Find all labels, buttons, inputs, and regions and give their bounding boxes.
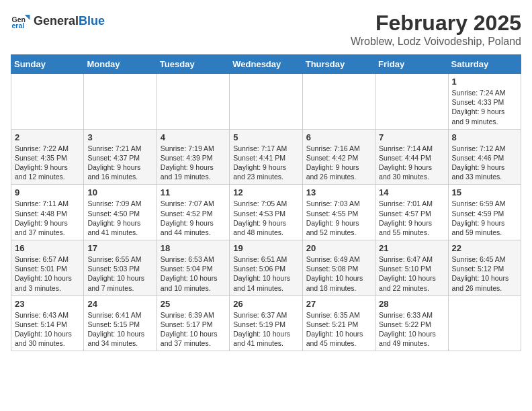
day-info: Sunrise: 7:01 AM Sunset: 4:57 PM Dayligh… <box>379 199 444 237</box>
day-info: Sunrise: 7:16 AM Sunset: 4:42 PM Dayligh… <box>306 144 371 182</box>
day-info: Sunrise: 7:03 AM Sunset: 4:55 PM Dayligh… <box>306 199 371 237</box>
calendar-cell: 26Sunrise: 6:37 AM Sunset: 5:19 PM Dayli… <box>230 295 302 351</box>
calendar-cell: 10Sunrise: 7:09 AM Sunset: 4:50 PM Dayli… <box>84 185 157 240</box>
day-number: 6 <box>306 132 371 142</box>
day-number: 20 <box>306 243 371 253</box>
calendar-cell: 4Sunrise: 7:19 AM Sunset: 4:39 PM Daylig… <box>157 129 229 185</box>
location-title: Wroblew, Lodz Voivodeship, Poland <box>351 36 521 48</box>
day-number: 22 <box>452 243 517 253</box>
day-number: 26 <box>233 299 298 309</box>
calendar-cell <box>302 74 375 130</box>
day-number: 19 <box>233 243 298 253</box>
calendar-cell: 13Sunrise: 7:03 AM Sunset: 4:55 PM Dayli… <box>302 185 375 240</box>
logo-wordmark: GeneralBlue <box>34 14 105 28</box>
calendar-cell: 11Sunrise: 7:07 AM Sunset: 4:52 PM Dayli… <box>157 185 229 240</box>
weekday-header-tuesday: Tuesday <box>157 55 229 74</box>
day-number: 27 <box>306 299 371 309</box>
calendar-cell: 3Sunrise: 7:21 AM Sunset: 4:37 PM Daylig… <box>84 129 157 185</box>
calendar-cell: 17Sunrise: 6:55 AM Sunset: 5:03 PM Dayli… <box>84 240 157 296</box>
calendar-week-row: 16Sunrise: 6:57 AM Sunset: 5:01 PM Dayli… <box>11 240 521 296</box>
calendar-cell: 1Sunrise: 7:24 AM Sunset: 4:33 PM Daylig… <box>448 74 521 130</box>
calendar-cell: 8Sunrise: 7:12 AM Sunset: 4:46 PM Daylig… <box>448 129 521 185</box>
calendar-cell <box>375 74 448 130</box>
calendar-table: SundayMondayTuesdayWednesdayThursdayFrid… <box>11 54 521 351</box>
day-number: 8 <box>452 132 517 142</box>
weekday-header-wednesday: Wednesday <box>230 55 302 74</box>
day-info: Sunrise: 7:19 AM Sunset: 4:39 PM Dayligh… <box>161 144 226 182</box>
weekday-header-thursday: Thursday <box>302 55 375 74</box>
title-area: February 2025 Wroblew, Lodz Voivodeship,… <box>351 11 521 48</box>
day-info: Sunrise: 7:22 AM Sunset: 4:35 PM Dayligh… <box>15 144 80 182</box>
calendar-week-row: 9Sunrise: 7:11 AM Sunset: 4:48 PM Daylig… <box>11 185 521 240</box>
day-number: 2 <box>15 132 80 142</box>
weekday-header-row: SundayMondayTuesdayWednesdayThursdayFrid… <box>11 55 521 74</box>
calendar-cell: 9Sunrise: 7:11 AM Sunset: 4:48 PM Daylig… <box>11 185 84 240</box>
calendar-cell: 15Sunrise: 6:59 AM Sunset: 4:59 PM Dayli… <box>448 185 521 240</box>
day-info: Sunrise: 6:47 AM Sunset: 5:10 PM Dayligh… <box>379 255 444 293</box>
day-number: 7 <box>379 132 444 142</box>
day-info: Sunrise: 7:11 AM Sunset: 4:48 PM Dayligh… <box>15 199 80 237</box>
calendar-week-row: 1Sunrise: 7:24 AM Sunset: 4:33 PM Daylig… <box>11 74 521 130</box>
calendar-cell <box>230 74 302 130</box>
day-number: 14 <box>379 187 444 197</box>
day-number: 3 <box>87 132 152 142</box>
calendar-cell: 2Sunrise: 7:22 AM Sunset: 4:35 PM Daylig… <box>11 129 84 185</box>
calendar-cell: 14Sunrise: 7:01 AM Sunset: 4:57 PM Dayli… <box>375 185 448 240</box>
day-number: 1 <box>452 77 517 87</box>
day-number: 13 <box>306 187 371 197</box>
calendar-cell: 27Sunrise: 6:35 AM Sunset: 5:21 PM Dayli… <box>302 295 375 351</box>
day-number: 16 <box>15 243 80 253</box>
weekday-header-sunday: Sunday <box>11 55 84 74</box>
day-info: Sunrise: 6:55 AM Sunset: 5:03 PM Dayligh… <box>87 255 152 293</box>
calendar-cell <box>84 74 157 130</box>
day-info: Sunrise: 7:14 AM Sunset: 4:44 PM Dayligh… <box>379 144 444 182</box>
svg-text:eral: eral <box>12 21 25 30</box>
day-info: Sunrise: 7:17 AM Sunset: 4:41 PM Dayligh… <box>233 144 298 182</box>
day-number: 17 <box>87 243 152 253</box>
day-info: Sunrise: 7:24 AM Sunset: 4:33 PM Dayligh… <box>452 88 517 126</box>
day-number: 10 <box>87 187 152 197</box>
day-info: Sunrise: 6:33 AM Sunset: 5:22 PM Dayligh… <box>379 310 444 349</box>
logo-blue: Blue <box>79 14 105 28</box>
calendar-cell: 22Sunrise: 6:45 AM Sunset: 5:12 PM Dayli… <box>448 240 521 296</box>
svg-marker-3 <box>25 15 30 20</box>
calendar-cell: 23Sunrise: 6:43 AM Sunset: 5:14 PM Dayli… <box>11 295 84 351</box>
calendar-cell: 7Sunrise: 7:14 AM Sunset: 4:44 PM Daylig… <box>375 129 448 185</box>
day-number: 25 <box>161 299 226 309</box>
day-number: 24 <box>87 299 152 309</box>
day-number: 9 <box>15 187 80 197</box>
day-number: 5 <box>233 132 298 142</box>
calendar-cell: 6Sunrise: 7:16 AM Sunset: 4:42 PM Daylig… <box>302 129 375 185</box>
day-info: Sunrise: 7:12 AM Sunset: 4:46 PM Dayligh… <box>452 144 517 182</box>
day-info: Sunrise: 6:49 AM Sunset: 5:08 PM Dayligh… <box>306 255 371 293</box>
day-info: Sunrise: 7:07 AM Sunset: 4:52 PM Dayligh… <box>161 199 226 237</box>
calendar-cell: 20Sunrise: 6:49 AM Sunset: 5:08 PM Dayli… <box>302 240 375 296</box>
calendar-cell <box>157 74 229 130</box>
day-number: 28 <box>379 299 444 309</box>
day-number: 21 <box>379 243 444 253</box>
calendar-cell: 28Sunrise: 6:33 AM Sunset: 5:22 PM Dayli… <box>375 295 448 351</box>
calendar-cell <box>11 74 84 130</box>
calendar-week-row: 2Sunrise: 7:22 AM Sunset: 4:35 PM Daylig… <box>11 129 521 185</box>
calendar-cell: 18Sunrise: 6:53 AM Sunset: 5:04 PM Dayli… <box>157 240 229 296</box>
day-info: Sunrise: 7:09 AM Sunset: 4:50 PM Dayligh… <box>87 199 152 237</box>
calendar-cell: 25Sunrise: 6:39 AM Sunset: 5:17 PM Dayli… <box>157 295 229 351</box>
weekday-header-saturday: Saturday <box>448 55 521 74</box>
calendar-cell: 5Sunrise: 7:17 AM Sunset: 4:41 PM Daylig… <box>230 129 302 185</box>
day-number: 4 <box>161 132 226 142</box>
month-title: February 2025 <box>351 11 521 36</box>
day-info: Sunrise: 6:51 AM Sunset: 5:06 PM Dayligh… <box>233 255 298 293</box>
day-info: Sunrise: 6:37 AM Sunset: 5:19 PM Dayligh… <box>233 310 298 349</box>
logo-general: General <box>34 14 79 28</box>
logo: Gen eral GeneralBlue <box>11 11 105 31</box>
calendar-cell: 16Sunrise: 6:57 AM Sunset: 5:01 PM Dayli… <box>11 240 84 296</box>
calendar-cell: 24Sunrise: 6:41 AM Sunset: 5:15 PM Dayli… <box>84 295 157 351</box>
day-number: 12 <box>233 187 298 197</box>
day-info: Sunrise: 6:57 AM Sunset: 5:01 PM Dayligh… <box>15 255 80 293</box>
day-number: 23 <box>15 299 80 309</box>
day-info: Sunrise: 7:05 AM Sunset: 4:53 PM Dayligh… <box>233 199 298 237</box>
calendar-cell <box>448 295 521 351</box>
calendar-cell: 12Sunrise: 7:05 AM Sunset: 4:53 PM Dayli… <box>230 185 302 240</box>
day-number: 18 <box>161 243 226 253</box>
day-info: Sunrise: 6:45 AM Sunset: 5:12 PM Dayligh… <box>452 255 517 293</box>
